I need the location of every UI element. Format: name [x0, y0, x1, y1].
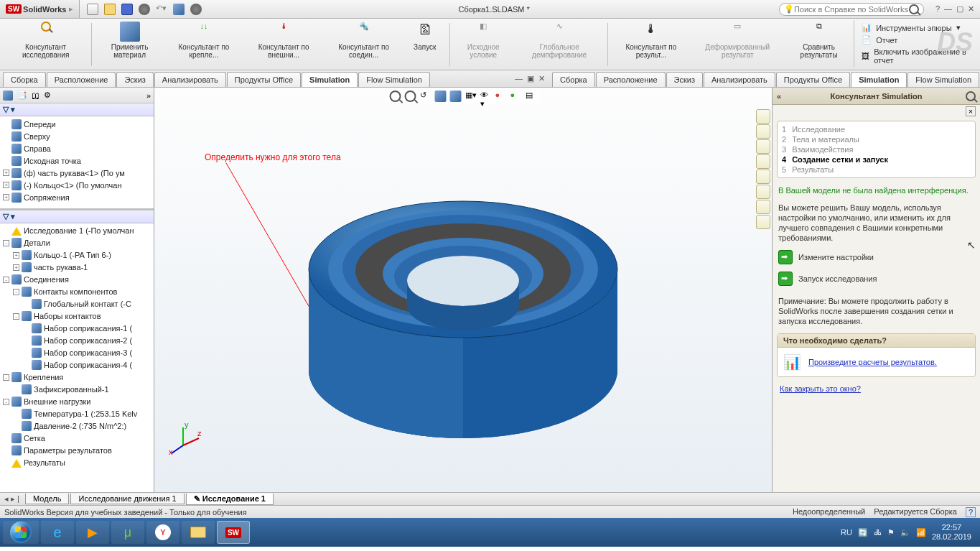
- include-image-button[interactable]: 🖼Включить изображение в отчет: [862, 47, 970, 65]
- search-input[interactable]: [794, 5, 909, 14]
- appearance-icon[interactable]: ●: [495, 91, 507, 102]
- tree-item[interactable]: Исследование 1 (-По умолчан: [0, 225, 154, 237]
- panel-close-icon[interactable]: ×: [966, 106, 976, 116]
- filter-bar[interactable]: ▽ ▾: [0, 103, 154, 116]
- connections-advisor-button[interactable]: 🔩Консультант по соедин...: [324, 20, 403, 60]
- study-tab[interactable]: Исследование движения 1: [70, 494, 184, 504]
- start-button[interactable]: [3, 521, 39, 544]
- tree-item[interactable]: Результаты: [0, 457, 154, 469]
- tree-item[interactable]: Набор соприкасания-3 (: [0, 347, 154, 359]
- tree-item[interactable]: Исходная точка: [0, 154, 154, 167]
- tab-сборка[interactable]: Сборка: [552, 72, 595, 87]
- consultant-step[interactable]: 1Исследование: [782, 124, 971, 134]
- command-tab[interactable]: Flow Simulation: [358, 72, 430, 87]
- tray-volume-icon[interactable]: 📶: [916, 528, 926, 537]
- save-icon[interactable]: [121, 4, 133, 15]
- collapse-icon[interactable]: «: [777, 92, 781, 101]
- tree-item[interactable]: +(-) Кольцо<1> (По умолчан: [0, 179, 154, 191]
- consultant-steps[interactable]: 1Исследование2Тела и материалы3Взаимодей…: [777, 121, 976, 178]
- consultant-step[interactable]: 2Тела и материалы: [782, 134, 971, 144]
- status-help-icon[interactable]: ?: [966, 507, 976, 517]
- section-view-icon[interactable]: [435, 91, 447, 102]
- tree-item[interactable]: -Детали: [0, 237, 154, 249]
- solidworks-task-button[interactable]: SW: [217, 521, 250, 544]
- system-tray[interactable]: RU 🔄 🖧 ⚑ 🔈 📶 22:5728.02.2019: [841, 523, 977, 542]
- tree-item[interactable]: Температура-1 (:253.15 Kelv: [0, 408, 154, 420]
- view-palette-tab-icon[interactable]: [756, 170, 770, 184]
- minimize-icon[interactable]: —: [944, 4, 952, 14]
- command-tab[interactable]: Simulation: [302, 72, 358, 87]
- study-advisor-button[interactable]: Консультант исследования: [3, 20, 88, 60]
- mdi-close-icon[interactable]: ✕: [538, 74, 545, 83]
- tab-расположение[interactable]: Расположение: [596, 72, 666, 87]
- view-orientation-icon[interactable]: [450, 91, 462, 102]
- tab-эскиз[interactable]: Эскиз: [666, 72, 703, 87]
- resources-tab-icon[interactable]: [756, 124, 770, 139]
- display-style-icon[interactable]: ▦▾: [465, 91, 477, 102]
- previous-view-icon[interactable]: ↺: [420, 91, 431, 102]
- close-icon[interactable]: ✕: [968, 4, 974, 14]
- tree-item[interactable]: Параметры результатов: [0, 445, 154, 457]
- maximize-icon[interactable]: ▢: [956, 4, 963, 14]
- tree-item[interactable]: Давление-2 (:735 N/m^2:): [0, 420, 154, 432]
- explorer-tab-icon[interactable]: [756, 154, 770, 169]
- report-button[interactable]: 📄Отчет: [862, 35, 970, 45]
- tray-sync-icon[interactable]: 🔄: [858, 528, 868, 537]
- tree-item[interactable]: Спереди: [0, 118, 154, 130]
- external-loads-advisor-button[interactable]: 🌡Консультант по внешни...: [243, 20, 325, 60]
- help-search[interactable]: 💡: [779, 3, 924, 16]
- utorrent-button[interactable]: μ: [111, 521, 144, 544]
- apply-material-button[interactable]: Применить материал: [95, 20, 164, 60]
- tree-item[interactable]: Набор соприкасания-2 (: [0, 335, 154, 347]
- zoom-fit-icon[interactable]: [390, 91, 401, 102]
- run-button[interactable]: 🖻Запуск: [403, 20, 447, 52]
- explorer-button[interactable]: [182, 521, 215, 544]
- tree-item[interactable]: -Наборы контактов: [0, 310, 154, 323]
- tab-продукты office[interactable]: Продукты Office: [776, 72, 850, 87]
- tree-item[interactable]: -Крепления: [0, 371, 154, 384]
- consultant-step[interactable]: 5Результаты: [782, 165, 971, 175]
- search-icon[interactable]: [909, 4, 919, 14]
- tree-item[interactable]: +Кольцо-1 (-PA Тип 6-): [0, 249, 154, 261]
- new-icon[interactable]: [87, 4, 98, 15]
- command-tab[interactable]: Расположение: [47, 72, 116, 87]
- home-tab-icon[interactable]: [756, 109, 770, 124]
- run-study-action[interactable]: Запуск исследования: [778, 272, 974, 286]
- options-icon[interactable]: [190, 4, 202, 15]
- tree-item[interactable]: Набор соприкасания-4 (: [0, 359, 154, 371]
- library-tab-icon[interactable]: [756, 139, 770, 154]
- how-to-close-link[interactable]: Как закрыть это окно?: [780, 384, 861, 393]
- motion-study-tabs[interactable]: ◂ ▸ | МодельИсследование движения 1✎ Исс…: [0, 492, 980, 505]
- tree-item[interactable]: Набор соприкасания-1 (: [0, 323, 154, 335]
- print-icon[interactable]: [139, 4, 150, 15]
- search-icon[interactable]: [966, 91, 976, 101]
- task-pane-tabs[interactable]: [756, 109, 770, 229]
- calculate-results-link[interactable]: Произведите расчеты результатов.: [808, 358, 937, 366]
- help-icon[interactable]: ?: [935, 4, 940, 14]
- custom-props-tab-icon[interactable]: [756, 200, 770, 214]
- tray-battery-icon[interactable]: 🔈: [900, 528, 910, 537]
- lang-indicator[interactable]: RU: [841, 528, 852, 537]
- fixtures-advisor-button[interactable]: ↓↓Консультант по крепле...: [164, 20, 243, 60]
- simulation-tree[interactable]: Исследование 1 (-По умолчан-Детали+Кольц…: [0, 223, 154, 493]
- yandex-button[interactable]: Y: [146, 521, 179, 544]
- tab-анализировать[interactable]: Анализировать: [704, 72, 775, 87]
- mdi-minimize-icon[interactable]: —: [515, 74, 523, 83]
- graphics-viewport[interactable]: ↺ ▦▾ 👁▾ ● ● ▤ Определить нужно для этого…: [154, 88, 772, 492]
- results-advisor-button[interactable]: 🌡Консультант по результ...: [611, 20, 691, 60]
- consultant-step[interactable]: 3Взаимодействия: [782, 144, 971, 154]
- command-tab[interactable]: Эскиз: [116, 72, 153, 87]
- advisor-tab-icon[interactable]: [756, 215, 770, 229]
- open-icon[interactable]: [104, 4, 116, 15]
- command-tab[interactable]: Анализировать: [154, 72, 226, 87]
- rebuild-icon[interactable]: [173, 4, 185, 15]
- tree-item[interactable]: Зафиксированный-1: [0, 384, 154, 396]
- tab-flow simulation[interactable]: Flow Simulation: [907, 72, 979, 87]
- tray-flag-icon[interactable]: ⚑: [887, 528, 895, 537]
- view-settings-icon[interactable]: ▤: [526, 91, 537, 102]
- tree-item[interactable]: +(ф) часть рукава<1> (По ум: [0, 167, 154, 179]
- command-tab[interactable]: Продукты Office: [227, 72, 301, 87]
- tree-item[interactable]: -Контакты компонентов: [0, 286, 154, 298]
- feature-tree[interactable]: СпередиСверхуСправаИсходная точка+(ф) ча…: [0, 116, 154, 208]
- change-settings-action[interactable]: Измените настройки: [778, 250, 974, 264]
